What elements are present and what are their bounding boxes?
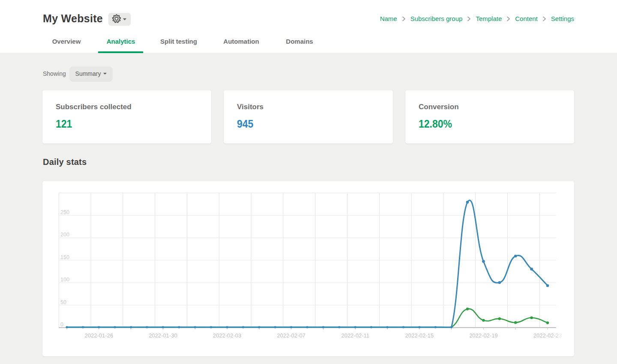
svg-text:2022-02-15: 2022-02-15 <box>405 332 434 339</box>
svg-text:200: 200 <box>60 232 69 238</box>
svg-text:250: 250 <box>60 209 69 215</box>
svg-text:150: 150 <box>60 254 69 260</box>
svg-text:100: 100 <box>60 277 69 283</box>
svg-text:2022-02-19: 2022-02-19 <box>469 332 498 339</box>
svg-text:2022-02-07: 2022-02-07 <box>277 332 306 339</box>
svg-text:2022-01-30: 2022-01-30 <box>149 332 177 339</box>
svg-text:2022-02-03: 2022-02-03 <box>213 332 242 339</box>
svg-text:50: 50 <box>60 299 66 305</box>
svg-text:0: 0 <box>60 322 63 328</box>
svg-text:2022-01-26: 2022-01-26 <box>85 332 113 339</box>
svg-text:2022-02-11: 2022-02-11 <box>341 332 369 339</box>
